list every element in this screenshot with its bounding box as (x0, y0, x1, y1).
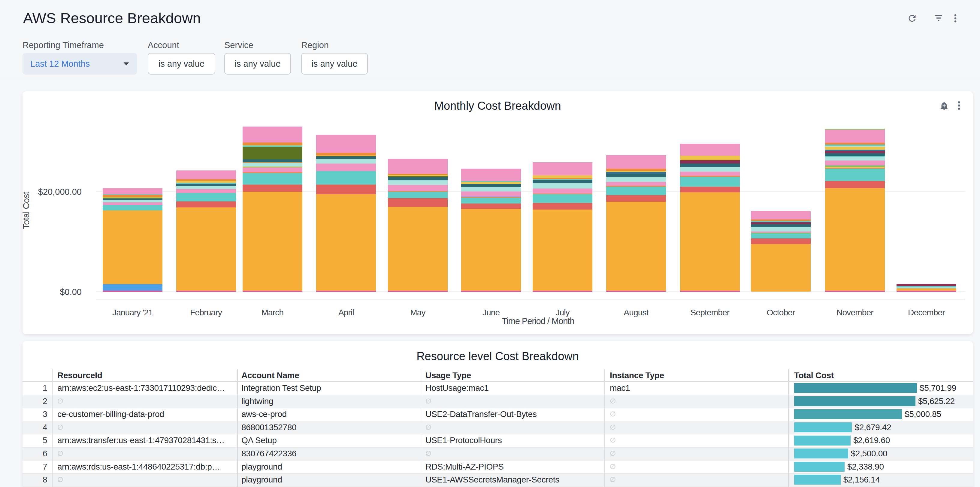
svg-text:$0.00: $0.00 (60, 287, 82, 297)
svg-text:February: February (190, 308, 222, 317)
svg-text:September: September (690, 308, 730, 317)
svg-text:May: May (410, 308, 425, 317)
svg-text:January '21: January '21 (112, 308, 153, 317)
svg-text:March: March (261, 308, 283, 317)
svg-text:Time Period / Month: Time Period / Month (502, 316, 574, 326)
svg-text:Monthly Cost Breakdown: Monthly Cost Breakdown (434, 99, 561, 112)
svg-text:Total Cost: Total Cost (22, 192, 31, 229)
svg-text:April: April (338, 308, 354, 317)
svg-text:December: December (908, 308, 945, 317)
svg-text:August: August (624, 308, 649, 317)
svg-text:October: October (767, 308, 795, 317)
svg-text:$20,000.00: $20,000.00 (38, 187, 82, 196)
svg-text:June: June (482, 308, 500, 317)
svg-text:November: November (837, 308, 873, 317)
svg-text:July: July (555, 308, 570, 317)
